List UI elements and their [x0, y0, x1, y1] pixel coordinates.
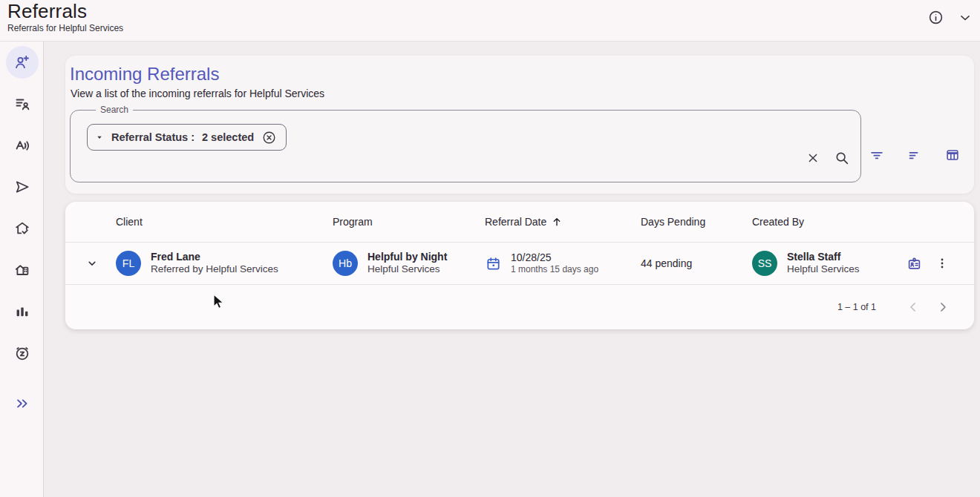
search-actions — [804, 148, 852, 168]
created-by-cell: SS Stella Staff Helpful Services — [745, 251, 897, 276]
top-bar: Referrals Referrals for Helpful Services — [0, 0, 980, 42]
column-header-referral-date[interactable]: Referral Date — [477, 216, 633, 228]
chevron-right-icon — [935, 300, 950, 315]
badge-id-icon — [906, 255, 923, 272]
days-pending-value: 44 pending — [641, 257, 692, 269]
column-header-days-pending[interactable]: Days Pending — [633, 216, 745, 228]
housing-icon — [13, 261, 31, 279]
sidebar-item-client-list[interactable] — [0, 83, 44, 125]
page-title: Referrals — [7, 0, 87, 23]
avatar: FL — [116, 251, 141, 276]
table-columns-icon — [944, 147, 961, 163]
home-check-icon — [13, 220, 31, 237]
client-cell: FL Fred Lane Referred by Helpful Service… — [108, 251, 325, 276]
incoming-referrals-panel: Incoming Referrals View a list of the in… — [65, 56, 974, 194]
program-cell: Hb Helpful by Night Helpful Services — [325, 251, 477, 276]
table-row[interactable]: FL Fred Lane Referred by Helpful Service… — [65, 242, 974, 284]
main-content: Incoming Referrals View a list of the in… — [45, 42, 980, 497]
created-by-name: Stella Staff — [787, 251, 860, 264]
row-menu-button[interactable] — [933, 254, 951, 272]
sort-button[interactable] — [905, 145, 924, 165]
table-header-row: Client Program Referral Date Days Pendin… — [65, 202, 974, 242]
double-chevron-right-icon — [14, 395, 30, 412]
kebab-menu-icon — [935, 256, 950, 271]
section-description: View a list of the incoming referrals fo… — [71, 88, 324, 99]
bar-chart-icon — [13, 303, 31, 320]
created-by-subtext: Helpful Services — [787, 263, 860, 276]
sidebar-expand-button[interactable] — [0, 383, 44, 424]
days-pending-cell: 44 pending — [633, 257, 745, 269]
search-fieldset[interactable]: Search Referral Status : 2 selected — [70, 105, 861, 182]
chevron-left-icon — [906, 300, 921, 315]
snooze-clock-icon — [13, 344, 31, 362]
row-expand-button[interactable] — [85, 256, 99, 271]
chip-value: 2 selected — [202, 131, 254, 143]
calendar-icon — [485, 255, 502, 272]
columns-button[interactable] — [943, 145, 962, 165]
chip-label: Referral Status : — [111, 131, 195, 143]
magnifier-icon — [834, 150, 850, 166]
program-subtext: Helpful Services — [368, 263, 447, 276]
referral-date: 10/28/25 — [511, 251, 598, 264]
sidebar-nav — [0, 42, 44, 497]
campaign-icon — [13, 136, 31, 154]
topbar-actions — [926, 7, 974, 27]
referral-date-relative: 1 months 15 days ago — [511, 264, 598, 276]
search-legend: Search — [96, 105, 133, 115]
next-page-button[interactable] — [934, 298, 952, 316]
section-heading: Incoming Referrals — [70, 64, 219, 85]
collapse-header-button[interactable] — [956, 9, 974, 27]
row-actions-cell — [897, 254, 974, 274]
chevron-down-icon — [958, 10, 973, 25]
row-expander-cell — [65, 256, 108, 271]
person-add-icon — [13, 53, 31, 71]
chevron-down-icon — [85, 256, 99, 271]
client-list-icon — [13, 95, 31, 113]
sidebar-item-campaign[interactable] — [0, 125, 44, 166]
sidebar-item-add-referral[interactable] — [0, 42, 44, 83]
column-header-program[interactable]: Program — [325, 216, 477, 228]
sort-ascending-arrow-icon — [551, 216, 563, 228]
list-tools — [867, 145, 962, 165]
referral-status-filter-chip[interactable]: Referral Status : 2 selected — [87, 124, 287, 151]
pagination-controls — [904, 298, 952, 316]
clear-search-button[interactable] — [804, 149, 822, 167]
chevron-down-icon[interactable] — [95, 133, 104, 142]
send-icon — [13, 178, 31, 196]
sidebar-item-home-check[interactable] — [0, 208, 44, 249]
filter-icon — [869, 147, 885, 163]
sidebar-item-send[interactable] — [0, 166, 44, 208]
column-header-client[interactable]: Client — [108, 216, 325, 228]
avatar: Hb — [333, 251, 358, 276]
pagination-range: 1 – 1 of 1 — [837, 302, 876, 312]
sidebar-item-reports[interactable] — [0, 291, 44, 332]
client-name: Fred Lane — [151, 251, 278, 264]
circled-x-icon[interactable] — [261, 130, 277, 145]
referral-details-button[interactable] — [904, 254, 924, 274]
avatar: SS — [752, 251, 777, 276]
previous-page-button[interactable] — [904, 298, 922, 316]
program-name: Helpful by Night — [368, 251, 447, 264]
info-icon — [927, 9, 944, 26]
table-footer: 1 – 1 of 1 — [65, 284, 974, 329]
sort-icon — [906, 147, 923, 163]
filter-button[interactable] — [867, 145, 886, 165]
search-button[interactable] — [832, 148, 852, 168]
column-header-created-by[interactable]: Created By — [745, 216, 897, 228]
sidebar-item-housing[interactable] — [0, 249, 44, 291]
clear-x-icon — [806, 151, 820, 165]
referral-date-cell: 10/28/25 1 months 15 days ago — [477, 251, 633, 276]
client-subtext: Referred by Helpful Services — [151, 263, 278, 276]
referrals-table: Client Program Referral Date Days Pendin… — [65, 202, 974, 329]
page-subtitle: Referrals for Helpful Services — [7, 23, 123, 33]
sidebar-item-snoozed[interactable] — [0, 332, 44, 374]
info-button[interactable] — [926, 7, 946, 27]
